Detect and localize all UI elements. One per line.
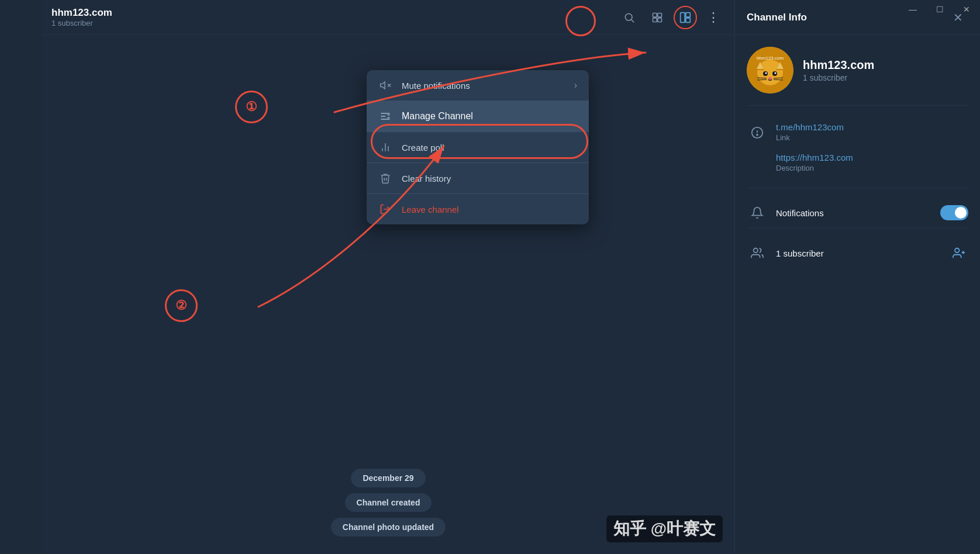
link-row: t.me/hhm123com Link	[747, 117, 968, 148]
menu-item-clear[interactable]: Clear history	[367, 163, 589, 193]
channel-photo-pill: Channel photo updated	[331, 518, 446, 536]
menu-item-manage[interactable]: Manage Channel	[367, 101, 589, 131]
description-text-block: https://hhm123.com Description	[776, 153, 853, 172]
manage-label: Manage Channel	[402, 111, 577, 122]
svg-point-32	[775, 72, 777, 74]
svg-point-43	[955, 248, 959, 252]
close-button[interactable]: ✕	[953, 0, 980, 19]
channel-name: hhm123.com	[803, 58, 874, 72]
link-section: t.me/hhm123com Link https://hhm123.com D…	[747, 117, 968, 188]
link-label: Link	[776, 133, 844, 142]
svg-rect-6	[681, 12, 685, 22]
description-row: https://hhm123.com Description	[747, 148, 968, 178]
subscribers-icon	[747, 243, 768, 264]
date-pill: December 29	[351, 469, 425, 487]
description-icon	[747, 153, 768, 174]
mute-arrow: ›	[574, 80, 577, 91]
svg-point-41	[757, 134, 758, 136]
members-button[interactable]	[646, 6, 669, 29]
svg-text:hhm123.com: hhm123.com	[757, 56, 784, 61]
svg-point-33	[768, 77, 772, 79]
notifications-label: Notifications	[776, 208, 932, 218]
mute-label: Mute notifications	[402, 81, 565, 91]
channel-info-content: hhm123.com hhm123.com 1 subscriber	[735, 35, 980, 554]
search-button[interactable]	[617, 6, 641, 29]
right-panel: Channel Info ✕	[734, 0, 980, 554]
more-button[interactable]: ⋮	[702, 6, 725, 29]
leave-icon	[378, 202, 392, 216]
channel-profile: hhm123.com hhm123.com 1 subscriber	[747, 47, 968, 106]
svg-marker-9	[381, 82, 385, 89]
watermark: 知乎 @叶赛文	[606, 515, 723, 542]
menu-item-leave[interactable]: Leave channel	[367, 194, 589, 224]
channel-avatar: hhm123.com	[747, 47, 793, 94]
svg-point-31	[765, 72, 767, 74]
svg-point-0	[625, 13, 632, 20]
leave-label: Leave channel	[402, 205, 577, 214]
channel-link[interactable]: t.me/hhm123com	[776, 122, 844, 132]
sidebar	[0, 0, 42, 554]
channel-created-pill: Channel created	[345, 493, 432, 512]
description-url[interactable]: https://hhm123.com	[776, 153, 853, 162]
minimize-button[interactable]: —	[899, 0, 926, 19]
notifications-toggle[interactable]	[940, 205, 968, 220]
svg-rect-7	[686, 12, 691, 17]
channel-name-block: hhm123.com 1 subscriber	[803, 58, 874, 82]
svg-rect-4	[653, 18, 657, 22]
window-chrome: — ☐ ✕	[899, 0, 980, 19]
bell-icon	[747, 202, 768, 223]
chat-header: hhm123.com 1 subscriber	[42, 0, 734, 35]
clear-label: Clear history	[402, 174, 577, 183]
clear-icon	[378, 171, 392, 185]
channel-subscriber-count: 1 subscriber	[803, 73, 874, 82]
subscriber-count: 1 subscriber	[776, 248, 941, 258]
svg-rect-2	[653, 13, 657, 17]
svg-point-42	[754, 248, 758, 252]
svg-point-24	[757, 60, 783, 85]
chat-header-info: hhm123.com 1 subscriber	[51, 7, 617, 27]
context-menu: Mute notifications › Manage Channel	[367, 70, 589, 224]
chat-subtitle: 1 subscriber	[51, 19, 617, 27]
description-label: Description	[776, 164, 853, 172]
layout-button[interactable]	[674, 6, 697, 29]
menu-item-poll[interactable]: Create poll	[367, 132, 589, 162]
svg-rect-5	[658, 18, 662, 22]
add-member-button[interactable]	[950, 244, 968, 262]
link-text-block: t.me/hhm123com Link	[776, 122, 844, 142]
info-icon	[747, 122, 768, 143]
manage-icon	[378, 109, 392, 123]
svg-line-1	[632, 19, 634, 22]
poll-icon	[378, 140, 392, 154]
subscriber-row: 1 subscriber	[747, 238, 968, 268]
svg-rect-8	[686, 18, 691, 22]
menu-item-mute[interactable]: Mute notifications ›	[367, 70, 589, 101]
svg-rect-3	[658, 13, 662, 17]
poll-label: Create poll	[402, 143, 577, 153]
mute-icon	[378, 78, 392, 92]
chat-title: hhm123.com	[51, 7, 617, 19]
chat-header-actions: ⋮	[617, 6, 725, 29]
notifications-row: Notifications	[747, 198, 968, 228]
maximize-button[interactable]: ☐	[926, 0, 953, 19]
chat-panel: hhm123.com 1 subscriber	[42, 0, 734, 554]
